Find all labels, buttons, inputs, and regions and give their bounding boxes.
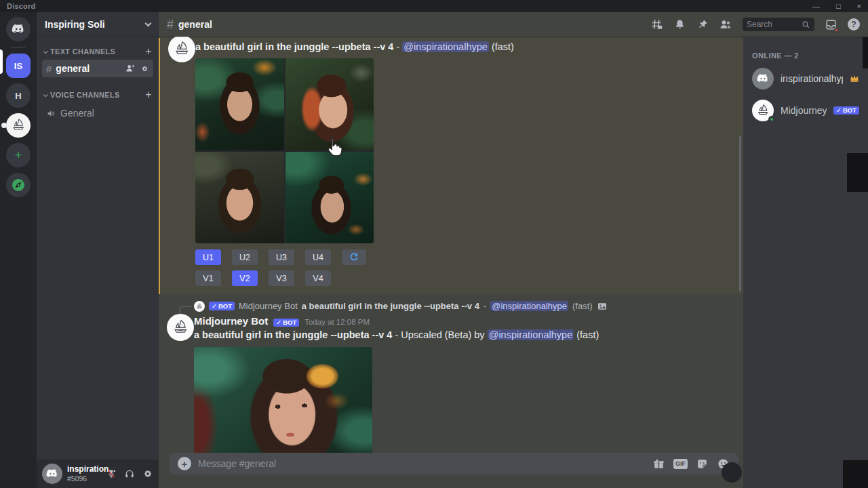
chevron-down-icon — [43, 49, 48, 54]
user-discriminator: #5096 — [67, 474, 101, 483]
screen-artifact — [863, 37, 868, 68]
text-channels-section-header[interactable]: TEXT CHANNELS + — [37, 47, 159, 56]
add-channel-button[interactable]: + — [145, 91, 152, 99]
message-stream: a beautiful girl in the junggle --upbeta… — [159, 37, 743, 488]
upscaled-image[interactable] — [194, 347, 372, 460]
minimize-button[interactable]: — — [812, 0, 820, 12]
variation-4-button[interactable]: V4 — [305, 270, 331, 286]
explore-servers-button[interactable] — [6, 173, 31, 197]
reroll-button[interactable] — [342, 249, 366, 265]
message-grid-result: a beautiful girl in the junggle --upbeta… — [160, 41, 743, 286]
online-section-header: ONLINE — 2 — [743, 52, 868, 60]
avatar — [194, 301, 205, 312]
avatar[interactable] — [167, 314, 194, 341]
threads-icon[interactable] — [650, 18, 663, 31]
image-quadrant-3[interactable] — [195, 152, 284, 244]
member-name: inspirationalhype — [781, 73, 843, 84]
add-server-button[interactable]: + — [6, 143, 31, 167]
window-titlebar: Discord — □ × — [0, 0, 868, 12]
user-mention[interactable]: @inspirationalhype — [402, 41, 489, 52]
screen-artifact — [847, 153, 868, 192]
discord-logo-icon — [11, 22, 26, 37]
member-row-midjourney-bot[interactable]: Midjourney Bot ✓BOT — [749, 98, 863, 123]
avatar — [752, 100, 774, 121]
inbox-badge — [834, 28, 839, 33]
server-icon-h[interactable]: H — [6, 83, 31, 108]
mention-highlight-block: a beautiful girl in the junggle --upbeta… — [159, 38, 743, 294]
current-username: inspiration... — [67, 465, 101, 474]
microphone-muted-icon[interactable] — [106, 468, 117, 479]
reply-reference[interactable]: ✓BOT Midjourney Bot a beautiful girl in … — [194, 300, 743, 312]
voice-channels-section-header[interactable]: VOICE CHANNELS + — [37, 91, 159, 99]
image-quadrant-1[interactable] — [195, 58, 284, 150]
headphones-icon[interactable] — [124, 468, 135, 479]
speaker-icon — [46, 108, 56, 119]
user-settings-gear-icon[interactable] — [142, 468, 153, 479]
server-icon-inspiring-soli[interactable]: IS — [6, 54, 31, 78]
sticker-icon[interactable] — [696, 458, 709, 470]
refresh-icon — [349, 252, 359, 263]
pinned-messages-icon[interactable] — [696, 18, 709, 30]
server-icon-midjourney[interactable] — [6, 113, 31, 138]
variation-3-button[interactable]: V3 — [269, 270, 294, 286]
avatar[interactable] — [168, 37, 195, 62]
member-list-toggle-icon[interactable] — [719, 18, 732, 31]
bot-badge: ✓BOT — [833, 106, 859, 115]
bot-badge: ✓BOT — [273, 319, 299, 327]
screen-artifact — [843, 460, 868, 488]
chat-area: a beautiful girl in the junggle --upbeta… — [159, 37, 743, 488]
fast-label: (fast) — [489, 41, 514, 52]
midjourney-action-buttons: U1 U2 U3 U4 — [195, 249, 743, 286]
add-channel-button[interactable]: + — [145, 47, 152, 56]
gift-icon[interactable] — [652, 458, 665, 470]
emoji-picker-icon[interactable] — [717, 458, 730, 470]
server-rail: IS H + — [0, 12, 37, 488]
upscale-4-button[interactable]: U4 — [305, 249, 331, 265]
reply-author[interactable]: Midjourney Bot — [239, 301, 298, 311]
channel-header-bar: # general — [159, 12, 868, 37]
compass-icon — [10, 177, 26, 193]
channel-sidebar: Inspiring Soli TEXT CHANNELS + # general… — [37, 12, 159, 488]
chat-scrollbar[interactable] — [739, 136, 741, 291]
channel-settings-gear-icon[interactable] — [140, 64, 149, 73]
maximize-button[interactable]: □ — [836, 0, 841, 12]
gif-picker-icon[interactable]: GIF — [673, 459, 688, 469]
notifications-bell-icon[interactable] — [673, 18, 686, 31]
add-attachment-icon[interactable]: + — [178, 457, 191, 470]
app-title: Discord — [7, 2, 35, 10]
user-mention[interactable]: @inspirationalhype — [488, 329, 574, 340]
variation-1-button[interactable]: V1 — [195, 270, 221, 286]
message-input-bar: + GIF — [170, 453, 738, 474]
fast-label: (fast) — [574, 329, 599, 340]
reply-prompt: a beautiful girl in the junggle --upbeta… — [302, 301, 479, 311]
close-button[interactable]: × — [857, 0, 861, 12]
avatar — [752, 68, 774, 89]
message-author[interactable]: Midjourney Bot — [194, 315, 268, 327]
create-invite-icon[interactable] — [125, 64, 135, 73]
message-input[interactable] — [198, 458, 646, 469]
upscale-2-button[interactable]: U2 — [232, 249, 258, 265]
chevron-down-icon — [43, 92, 48, 97]
image-quadrant-2[interactable] — [285, 58, 374, 150]
inbox-icon[interactable] — [825, 18, 837, 31]
selected-server-indicator — [0, 49, 3, 74]
upscale-3-button[interactable]: U3 — [269, 249, 294, 265]
help-icon[interactable]: ? — [848, 18, 860, 30]
generated-image-grid[interactable] — [195, 58, 374, 243]
user-mention[interactable]: @inspirationalhype — [490, 301, 568, 311]
search-input[interactable] — [747, 20, 799, 29]
channel-item-general[interactable]: # general — [42, 60, 153, 77]
message-text: a beautiful girl in the junggle --upbeta… — [194, 329, 743, 342]
voice-channel-item-general[interactable]: General — [42, 104, 153, 122]
search-box[interactable] — [743, 18, 814, 31]
variation-2-button[interactable]: V2 — [232, 270, 258, 286]
image-quadrant-4[interactable] — [285, 152, 374, 244]
home-button[interactable] — [6, 17, 31, 41]
avatar[interactable] — [42, 464, 62, 484]
channel-name: General — [60, 108, 94, 119]
bot-badge: ✓BOT — [209, 302, 235, 310]
member-row-inspirationalhype[interactable]: inspirationalhype — [749, 66, 863, 92]
server-header[interactable]: Inspiring Soli — [37, 12, 159, 37]
member-name: Midjourney Bot — [781, 105, 827, 116]
upscale-1-button[interactable]: U1 — [195, 249, 221, 265]
